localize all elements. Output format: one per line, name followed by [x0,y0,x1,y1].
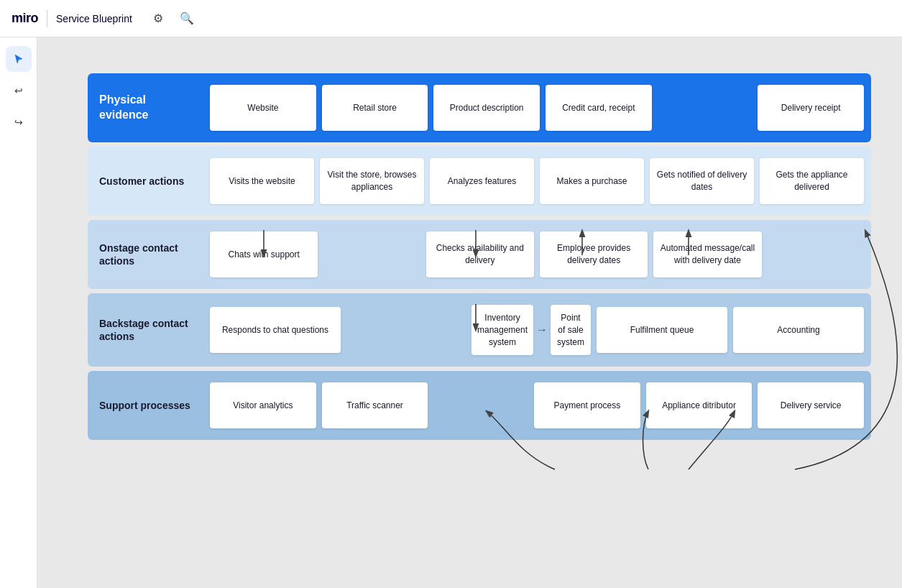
card-visitor-analytics[interactable]: Visitor analytics [210,382,316,428]
topbar-icons: ⚙ 🔍 [147,7,198,30]
card-responds-chat[interactable]: Responds to chat questions [210,307,341,353]
card-traffic-scanner[interactable]: Traffic scanner [322,382,428,428]
label-customer-actions: Customer actions [88,147,203,216]
card-automated-message[interactable]: Automated message/call with delivery dat… [653,231,761,277]
card-fulfilment-queue[interactable]: Fulfilment queue [597,307,727,353]
content-customer-actions: Visits the website Visit the store, brow… [203,147,871,216]
card-delivery-receipt[interactable]: Delivery receipt [758,85,864,131]
card-credit-card-receipt[interactable]: Credit card, receipt [546,85,652,131]
card-employee-provides[interactable]: Employee provides delivery dates [540,231,648,277]
card-inventory-mgmt[interactable]: Inventory management system [471,305,533,355]
spacer-backstage-2 [346,307,466,353]
row-backstage: Backstage contact actions Responds to ch… [88,293,871,367]
card-appliance-distributor[interactable]: Appliance ditributor [646,382,753,428]
card-product-description[interactable]: Product description [433,85,540,131]
card-retail-store[interactable]: Retail store [322,85,428,131]
cursor-tool[interactable] [6,46,32,72]
search-icon[interactable]: 🔍 [175,7,198,30]
topbar-title: Service Blueprint [56,13,132,24]
spacer-onstage-2 [323,231,420,277]
settings-icon[interactable]: ⚙ [147,7,170,30]
arrow-inventory-pos: → [536,323,548,336]
card-point-of-sale[interactable]: Point of sale system [551,305,591,355]
blueprint: Physical evidence Website Retail store P… [88,73,871,442]
content-support: Visitor analytics Traffic scanner Paymen… [203,371,871,440]
undo-button[interactable]: ↩ [6,78,32,104]
content-onstage: Chats with support Checks availability a… [203,220,871,289]
miro-logo: miro [11,11,38,26]
card-chats-support[interactable]: Chats with support [210,231,318,277]
card-payment-process[interactable]: Payment process [534,382,640,428]
inventory-group: Inventory management system → Point of s… [471,305,591,355]
card-checks-availability[interactable]: Checks availability and delivery [426,231,534,277]
card-delivery-service[interactable]: Delivery service [758,382,864,428]
card-makes-purchase[interactable]: Makes a purchase [540,158,644,204]
row-onstage: Onstage contact actions Chats with suppo… [88,220,871,289]
label-support: Support processes [88,371,203,440]
card-gets-notified[interactable]: Gets notified of delivery dates [650,158,754,204]
spacer-pe-5 [658,85,753,131]
left-toolbar: ↩ ↪ [0,37,37,588]
row-support: Support processes Visitor analytics Traf… [88,371,871,440]
row-customer-actions: Customer actions Visits the website Visi… [88,147,871,216]
card-website[interactable]: Website [210,85,316,131]
card-analyzes-features[interactable]: Analyzes features [430,158,534,204]
label-backstage: Backstage contact actions [88,293,203,367]
spacer-onstage-6 [768,231,864,277]
content-physical-evidence: Website Retail store Product description… [203,73,871,142]
spacer-support-3 [433,382,528,428]
card-visit-store[interactable]: Visit the store, browses appliances [320,158,424,204]
content-backstage: Responds to chat questions Inventory man… [203,293,871,367]
topbar: miro Service Blueprint ⚙ 🔍 [0,0,902,37]
redo-button[interactable]: ↪ [6,109,32,135]
canvas: Physical evidence Website Retail store P… [37,37,902,588]
card-gets-appliance[interactable]: Gets the appliance delivered [760,158,864,204]
card-accounting[interactable]: Accounting [733,307,864,353]
label-physical-evidence: Physical evidence [88,73,203,142]
card-visits-website[interactable]: Visits the website [210,158,314,204]
row-physical-evidence: Physical evidence Website Retail store P… [88,73,871,142]
label-onstage: Onstage contact actions [88,220,203,289]
topbar-divider [47,10,47,27]
